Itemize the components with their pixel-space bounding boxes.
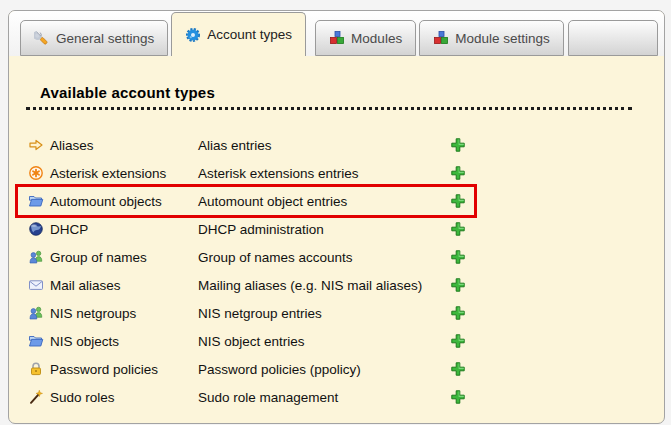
add-account-type-button[interactable] [450, 277, 466, 293]
account-type-row: Aliases Alias entries [26, 131, 467, 159]
add-account-type-button[interactable] [450, 137, 466, 153]
wrench-icon [34, 30, 50, 46]
plus-icon [450, 221, 466, 237]
globe-icon [28, 221, 44, 237]
account-type-name: Password policies [50, 362, 198, 377]
asterisk-circle-icon [28, 165, 44, 181]
account-type-row-highlighted: Automount objects Automount object entri… [26, 187, 467, 215]
plus-icon [450, 165, 466, 181]
account-type-description: Mailing aliases (e.g. NIS mail aliases) [198, 278, 450, 293]
account-type-name: Sudo roles [50, 390, 198, 405]
tab-general-settings[interactable]: General settings [20, 20, 168, 56]
add-account-type-button[interactable] [450, 221, 466, 237]
add-account-type-button[interactable] [450, 249, 466, 265]
account-type-list: Aliases Alias entries [26, 131, 664, 411]
tab-account-types[interactable]: Account types [171, 12, 306, 56]
envelope-icon [28, 277, 44, 293]
add-account-type-button[interactable] [450, 165, 466, 181]
account-type-description: DHCP administration [198, 222, 450, 237]
add-account-type-button[interactable] [450, 361, 466, 377]
folder-open-icon [28, 333, 44, 349]
account-type-row: Sudo roles Sudo role management [26, 383, 467, 411]
account-type-row: Asterisk extensions Asterisk extensions … [26, 159, 467, 187]
account-type-name: DHCP [50, 222, 198, 237]
account-type-row: NIS objects NIS object entries [26, 327, 467, 355]
account-type-name: Group of names [50, 250, 198, 265]
two-persons-icon [28, 305, 44, 321]
account-type-row: Password policies Password policies (ppo… [26, 355, 467, 383]
tab-modules[interactable]: Modules [315, 20, 416, 56]
two-persons-icon [28, 249, 44, 265]
add-account-type-button[interactable] [450, 193, 466, 209]
account-type-description: Group of names accounts [198, 250, 450, 265]
add-account-type-button[interactable] [450, 389, 466, 405]
tab-label: Account types [207, 27, 292, 42]
account-type-name: Automount objects [50, 194, 198, 209]
account-type-description: NIS object entries [198, 334, 450, 349]
account-type-description: NIS netgroup entries [198, 306, 450, 321]
tab-bar-filler [568, 20, 658, 56]
add-account-type-button[interactable] [450, 305, 466, 321]
plus-icon [450, 193, 466, 209]
account-type-description: Alias entries [198, 138, 450, 153]
modules-blocks-icon [433, 30, 449, 46]
account-type-row: Group of names Group of names accounts [26, 243, 467, 271]
account-type-name: Aliases [50, 138, 198, 153]
modules-blocks-icon [329, 30, 345, 46]
tab-bar: General settings Account types [9, 11, 664, 56]
account-type-row: NIS netgroups NIS netgroup entries [26, 299, 467, 327]
plus-icon [450, 361, 466, 377]
account-type-name: NIS objects [50, 334, 198, 349]
plus-icon [450, 277, 466, 293]
tab-label: Modules [351, 31, 402, 46]
alias-arrow-icon [28, 137, 44, 153]
plus-icon [450, 305, 466, 321]
plus-icon [450, 389, 466, 405]
padlock-icon [28, 361, 44, 377]
plus-icon [450, 333, 466, 349]
section-heading: Available account types [26, 84, 632, 110]
account-type-row: DHCP DHCP administration [26, 215, 467, 243]
tab-module-settings[interactable]: Module settings [419, 20, 564, 56]
account-type-description: Password policies (ppolicy) [198, 362, 450, 377]
gear-badge-icon [185, 27, 201, 43]
account-type-name: Mail aliases [50, 278, 198, 293]
account-type-description: Sudo role management [198, 390, 450, 405]
settings-window: General settings Account types [8, 10, 665, 424]
plus-icon [450, 249, 466, 265]
wand-icon [28, 389, 44, 405]
account-type-name: NIS netgroups [50, 306, 198, 321]
plus-icon [450, 137, 466, 153]
account-type-name: Asterisk extensions [50, 166, 198, 181]
add-account-type-button[interactable] [450, 333, 466, 349]
folder-open-icon [28, 193, 44, 209]
account-type-row: Mail aliases Mailing aliases (e.g. NIS m… [26, 271, 467, 299]
tab-label: General settings [56, 31, 154, 46]
account-type-description: Asterisk extensions entries [198, 166, 450, 181]
account-type-description: Automount object entries [198, 194, 450, 209]
tab-label: Module settings [455, 31, 550, 46]
